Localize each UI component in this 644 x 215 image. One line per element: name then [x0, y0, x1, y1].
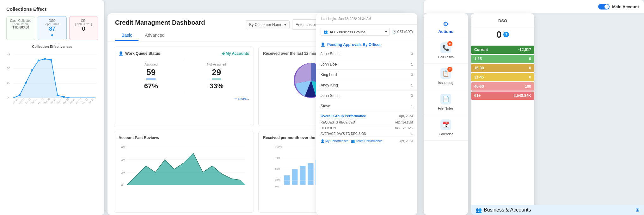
- svg-text:4M: 4M: [121, 158, 126, 161]
- cei-sublabel: [ April -2023 ]: [73, 22, 95, 26]
- dropdown-label: By Customer Name: [249, 22, 282, 27]
- officer-count: 1: [411, 62, 413, 66]
- pending-row[interactable]: Jane Smith3: [316, 49, 417, 59]
- person-group-icon: 👥: [323, 30, 328, 34]
- svg-text:Feb '23: Feb '23: [75, 98, 82, 104]
- my-perf-icon: 👤: [321, 139, 324, 143]
- timezone-label: 🕐 CST (CDT): [392, 30, 413, 34]
- action-label: File Notes: [438, 106, 454, 110]
- metrics-row: Cash Collected [ April -2023 ] TTD 883.8…: [6, 16, 98, 40]
- aging-rows: Current-12,6171-15016-30031-45046-601006…: [471, 46, 534, 100]
- svg-point-13: [50, 59, 52, 61]
- action-btn-call-tasks[interactable]: 📞 9 Call Tasks: [424, 38, 468, 64]
- tab-basic[interactable]: Basic: [115, 30, 138, 41]
- group-perf-title: Overall Group Performance Apr, 2023: [321, 114, 413, 118]
- business-group-label: ALL - Business Groups: [330, 30, 365, 34]
- badge: 9: [447, 41, 452, 46]
- svg-text:Jul '22: Jul '22: [31, 98, 37, 104]
- svg-text:6M: 6M: [121, 146, 126, 149]
- aging-value: 0: [529, 75, 531, 79]
- filter-row: 👥 ALL - Business Groups ▾ 🕐 CST (CDT): [316, 25, 417, 39]
- svg-text:25%: 25%: [275, 179, 280, 181]
- aging-label: 16-30: [474, 66, 484, 70]
- account-reviews-svg: 6M 4M 2M 0: [119, 144, 249, 188]
- officer-count: 3: [411, 52, 413, 56]
- biz-arrow-icon: ⊞: [635, 207, 640, 213]
- more-link[interactable]: → more...: [119, 97, 249, 100]
- toggle-thumb: [604, 4, 609, 9]
- svg-rect-45: [300, 166, 306, 185]
- officer-count: 1: [411, 83, 413, 87]
- dashboard-title: Credit Managment Dashboard: [115, 19, 205, 26]
- tab-advanced[interactable]: Advanced: [138, 30, 171, 41]
- aging-label: 1-15: [474, 57, 482, 61]
- perf-row-value: 1: [411, 132, 413, 136]
- right-panel: Last Login - Jun 12, 2022 01:34 AM 👥 ALL…: [316, 13, 417, 215]
- aging-value: 2,548.84K: [514, 93, 531, 98]
- main-account-toggle[interactable]: Main Account: [598, 4, 639, 9]
- business-group-dropdown[interactable]: 👥 ALL - Business Groups ▾: [321, 28, 390, 36]
- perf-row-label: AVERAGE DAYS TO DECISION: [321, 132, 366, 136]
- dso-header-label: DSO: [471, 13, 534, 26]
- action-buttons-list: 📞 9 Call Tasks 📋 2 Issue Log 📄 File Note…: [424, 38, 468, 141]
- pending-row[interactable]: King Lord3: [316, 70, 417, 80]
- svg-text:25: 25: [7, 81, 10, 85]
- aging-value: -12,617: [518, 47, 531, 52]
- biz-icon: 👥: [475, 207, 482, 213]
- not-assigned-pct: 33%: [187, 82, 246, 90]
- aging-label: 46-60: [474, 84, 484, 89]
- action-btn-calendar[interactable]: 📅 Calendar: [424, 115, 468, 141]
- svg-point-14: [57, 94, 58, 96]
- group-performance-section: Overall Group Performance Apr, 2023 REQU…: [316, 111, 417, 145]
- svg-text:May '22: May '22: [18, 98, 26, 105]
- action-label: Calendar: [439, 132, 453, 136]
- svg-text:0: 0: [7, 96, 9, 99]
- pending-row[interactable]: John Smith3: [316, 91, 417, 101]
- aging-label: Current: [474, 47, 488, 52]
- aging-row: 46-60100: [471, 82, 534, 91]
- action-icon: 📞 9: [440, 42, 451, 53]
- aging-row: Current-12,617: [471, 46, 534, 54]
- officer-count: 3: [411, 94, 413, 98]
- cei-label: CEI: [73, 19, 95, 22]
- svg-text:Dec '22: Dec '22: [63, 98, 70, 104]
- officer-name: John Smith: [321, 93, 340, 98]
- perf-row-label: REQUESTS RECEIVED: [321, 121, 355, 124]
- customer-name-dropdown[interactable]: By Customer Name ▾: [246, 20, 290, 29]
- account-reviews-card: Account Past Reviews 6M 4M 2M 0: [114, 131, 254, 213]
- svg-text:75%: 75%: [275, 156, 280, 159]
- group-perf-row: REQUESTS RECEIVED742 / 14.15M: [321, 120, 413, 125]
- dso-sublabel: April -2023: [41, 22, 63, 26]
- actions-header-section: ⚙ Actions: [424, 16, 468, 38]
- action-btn-file-notes[interactable]: 📄 File Notes: [424, 89, 468, 115]
- assigned-pct: 67%: [122, 82, 181, 90]
- my-accounts-link[interactable]: ⊕ My Accounts: [222, 51, 249, 56]
- my-performance-link[interactable]: 👤 My Performance: [321, 139, 348, 143]
- not-assigned-col: Not-Assigned 29 33%: [184, 60, 249, 93]
- pending-row[interactable]: Steve1: [316, 101, 417, 111]
- aging-value: 0: [529, 57, 531, 61]
- svg-text:100%: 100%: [275, 145, 282, 148]
- team-performance-link[interactable]: 👥 Team Performance: [351, 139, 382, 143]
- svg-text:0: 0: [121, 184, 123, 187]
- team-perf-icon: 👥: [351, 139, 355, 143]
- aging-value: 100: [525, 84, 531, 89]
- officer-name: Jane Smith: [321, 52, 340, 56]
- toggle-track[interactable]: [598, 4, 610, 9]
- cash-collected-box: Cash Collected [ April -2023 ] TTD 883.8…: [6, 16, 35, 40]
- svg-text:2M: 2M: [121, 171, 126, 174]
- pending-row[interactable]: Andy King1: [316, 80, 417, 91]
- action-btn-issue-log[interactable]: 📋 2 Issue Log: [424, 64, 468, 89]
- action-icon: 📋 2: [440, 68, 451, 79]
- work-queue-grid: Assigned 59 67% Not-Assigned 29 33%: [119, 60, 249, 93]
- work-queue-title: 👤 Work Queue Status ⊕ My Accounts: [119, 51, 249, 56]
- collections-title: Collections Effect: [6, 6, 98, 12]
- cei-value: 0: [73, 26, 95, 32]
- pending-row[interactable]: John Doe1: [316, 59, 417, 70]
- dso-help-icon[interactable]: ?: [503, 32, 509, 37]
- group-perf-row: AVERAGE DAYS TO DECISION1: [321, 131, 413, 137]
- person-icon: 👤: [119, 51, 123, 56]
- aging-row: 16-300: [471, 64, 534, 72]
- dso-number: 0: [496, 29, 502, 40]
- svg-text:Mar '23: Mar '23: [82, 98, 88, 104]
